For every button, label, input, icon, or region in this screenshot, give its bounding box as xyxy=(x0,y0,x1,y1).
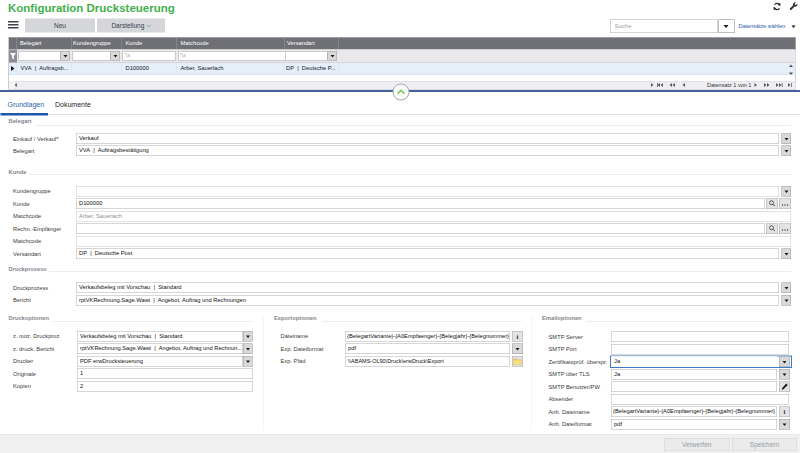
svg-text:Datensatz 1 von 1: Datensatz 1 von 1 xyxy=(707,82,751,88)
